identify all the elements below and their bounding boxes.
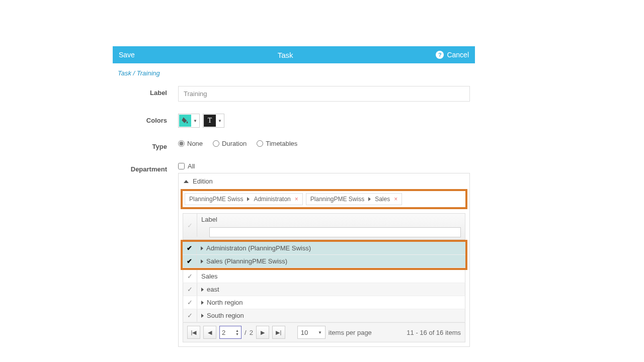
pager-next-button[interactable]: ▶ bbox=[256, 326, 269, 339]
department-grid: ✓ Label ✔ Administraton (PlanningPME Swi… bbox=[183, 213, 465, 342]
department-all-label: All bbox=[188, 162, 195, 170]
chip: PlanningPME Swiss Sales × bbox=[306, 193, 402, 205]
chip: PlanningPME Swiss Administraton × bbox=[185, 193, 303, 205]
department-panel: Edition PlanningPME Swiss Administraton … bbox=[178, 173, 470, 347]
chip-remove-icon[interactable]: × bbox=[394, 196, 397, 203]
panel-toggle[interactable]: Edition bbox=[179, 173, 469, 189]
type-caption: Type bbox=[118, 140, 178, 150]
type-none-radio[interactable]: None bbox=[178, 140, 203, 147]
chevron-down-icon: ▼ bbox=[216, 119, 224, 123]
pager-prev-button[interactable]: ◀ bbox=[203, 326, 216, 339]
table-row[interactable]: ✓ North region bbox=[183, 296, 465, 309]
pager-range: 11 - 16 of 16 items bbox=[407, 329, 461, 336]
department-all-checkbox[interactable] bbox=[178, 163, 185, 169]
table-row[interactable]: ✔ Administraton (PlanningPME Swiss) bbox=[183, 242, 465, 255]
breadcrumb[interactable]: Task / Training bbox=[118, 69, 470, 77]
row-label: North region bbox=[207, 299, 243, 306]
row-label: Administraton (PlanningPME Swiss) bbox=[206, 244, 311, 252]
radio-input[interactable] bbox=[213, 140, 219, 147]
label-input[interactable] bbox=[178, 86, 470, 102]
pager-first-button[interactable]: |◀ bbox=[187, 326, 200, 339]
chevron-right-icon bbox=[368, 197, 371, 201]
column-header-label[interactable]: Label bbox=[197, 214, 465, 225]
row-check-icon[interactable]: ✓ bbox=[183, 270, 197, 283]
modal-body: Task / Training Label Colors ▼ bbox=[113, 63, 475, 362]
row-label: Sales (PlanningPME Swiss) bbox=[206, 257, 287, 265]
label-caption: Label bbox=[118, 86, 178, 97]
row-label: South region bbox=[207, 312, 244, 319]
modal-title: Task bbox=[135, 51, 436, 59]
grid-header: ✓ Label bbox=[183, 213, 465, 240]
type-timetables-radio[interactable]: Timetables bbox=[257, 140, 297, 147]
expand-icon[interactable] bbox=[201, 246, 203, 250]
row-check-icon[interactable]: ✓ bbox=[183, 309, 197, 322]
chip-dept: Administraton bbox=[254, 196, 290, 203]
page-size-select[interactable]: 10 ▼ bbox=[297, 326, 326, 339]
table-row[interactable]: ✔ Sales (PlanningPME Swiss) bbox=[183, 255, 465, 268]
chevron-up-icon bbox=[184, 180, 189, 183]
pager-page-input[interactable]: 2 ▲▼ bbox=[219, 326, 242, 339]
row-check-icon[interactable]: ✔ bbox=[183, 242, 197, 254]
save-button[interactable]: Save bbox=[119, 51, 135, 59]
radio-label: None bbox=[187, 140, 203, 147]
pager: |◀ ◀ 2 ▲▼ / 2 ▶ ▶| bbox=[183, 322, 465, 342]
pager-total: 2 bbox=[250, 329, 253, 336]
expand-icon[interactable] bbox=[201, 288, 204, 292]
chip-remove-icon[interactable]: × bbox=[295, 196, 298, 203]
table-row[interactable]: ✓ east bbox=[183, 283, 465, 296]
expand-icon[interactable] bbox=[201, 259, 203, 263]
modal-header: Save Task ? Cancel bbox=[113, 46, 475, 63]
row-check-icon[interactable]: ✔ bbox=[183, 255, 197, 267]
row-check-icon[interactable]: ✓ bbox=[183, 283, 197, 296]
highlighted-rows: ✔ Administraton (PlanningPME Swiss) ✔ Sa… bbox=[181, 240, 467, 270]
help-icon: ? bbox=[436, 51, 444, 59]
row-check-icon[interactable]: ✓ bbox=[183, 296, 197, 309]
page-number: 2 bbox=[222, 329, 225, 336]
paint-bucket-icon bbox=[179, 115, 191, 127]
radio-input[interactable] bbox=[257, 140, 263, 147]
row-label: Sales bbox=[201, 273, 218, 280]
bg-color-picker[interactable]: ▼ bbox=[178, 114, 200, 128]
chevron-down-icon: ▼ bbox=[318, 330, 322, 335]
spin-up-icon[interactable]: ▲ bbox=[235, 329, 239, 332]
department-caption: Department bbox=[118, 162, 178, 173]
row-label: east bbox=[207, 286, 219, 293]
pager-last-button[interactable]: ▶| bbox=[272, 326, 285, 339]
page-size-value: 10 bbox=[301, 329, 308, 336]
cancel-label: Cancel bbox=[447, 51, 469, 59]
task-modal: Save Task ? Cancel Task / Training Label… bbox=[113, 46, 475, 362]
text-icon: T bbox=[204, 115, 216, 127]
panel-title: Edition bbox=[193, 177, 213, 185]
cancel-button[interactable]: ? Cancel bbox=[436, 51, 469, 59]
pager-sep: / bbox=[245, 329, 247, 336]
table-row[interactable]: ✓ Sales bbox=[183, 270, 465, 283]
radio-label: Duration bbox=[222, 140, 247, 147]
save-label: Save bbox=[119, 51, 135, 59]
chip-org: PlanningPME Swiss bbox=[310, 196, 364, 203]
items-per-page-label: items per page bbox=[329, 329, 372, 336]
radio-label: Timetables bbox=[266, 140, 297, 147]
type-duration-radio[interactable]: Duration bbox=[213, 140, 247, 147]
radio-input[interactable] bbox=[178, 140, 185, 147]
chip-org: PlanningPME Swiss bbox=[189, 196, 243, 203]
selected-chips: PlanningPME Swiss Administraton × Planni… bbox=[181, 189, 467, 209]
colors-caption: Colors bbox=[118, 114, 178, 124]
text-color-picker[interactable]: T ▼ bbox=[203, 114, 224, 128]
chevron-right-icon bbox=[247, 197, 250, 201]
spin-down-icon[interactable]: ▼ bbox=[235, 332, 239, 336]
expand-icon[interactable] bbox=[201, 301, 204, 305]
chevron-down-icon: ▼ bbox=[191, 119, 199, 123]
column-filter-input[interactable] bbox=[209, 227, 461, 237]
table-row[interactable]: ✓ South region bbox=[183, 309, 465, 322]
chip-dept: Sales bbox=[375, 196, 390, 203]
expand-icon[interactable] bbox=[201, 314, 204, 318]
select-all-checkbox[interactable]: ✓ bbox=[183, 214, 197, 237]
